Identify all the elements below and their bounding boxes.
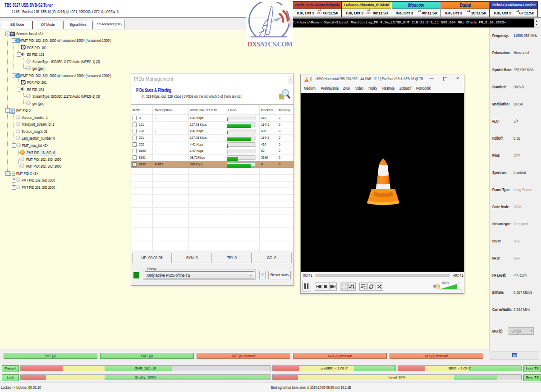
svg-text:♪: ♪ — [17, 38, 19, 43]
svg-text:♪: ♪ — [17, 73, 19, 78]
svg-text:DXSATCS.COM: DXSATCS.COM — [248, 41, 293, 47]
